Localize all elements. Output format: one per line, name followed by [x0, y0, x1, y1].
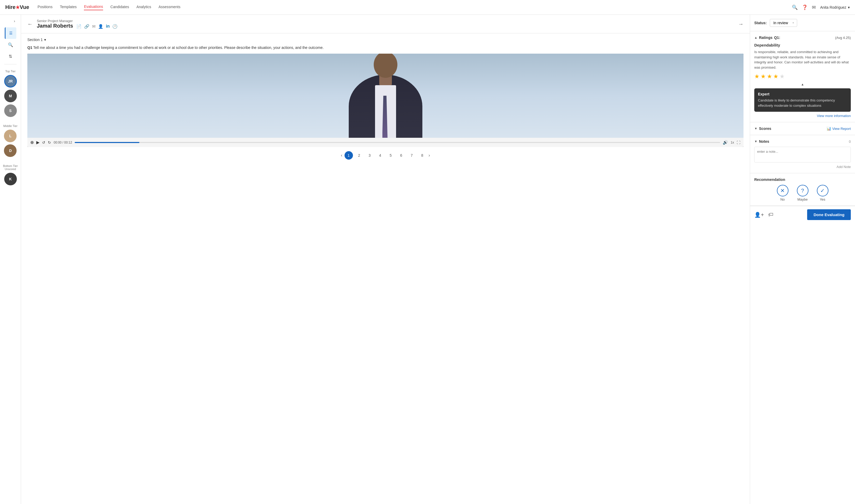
nav-candidates[interactable]: Candidates [110, 5, 129, 10]
prev-candidate-button[interactable]: ← [28, 21, 33, 27]
expert-tooltip: ▲ Expert Candidate is likely to demonstr… [754, 82, 851, 118]
view-report-link[interactable]: 📊 View Report [826, 126, 851, 131]
recommendation-buttons: ✕ No ? Maybe ✓ Yes [754, 185, 851, 201]
rec-yes-button[interactable]: ✓ Yes [817, 185, 829, 201]
top-tier-label: Top Tier [5, 70, 16, 73]
section-dropdown[interactable]: Section 1 ▾ [28, 38, 744, 42]
nav-templates[interactable]: Templates [60, 5, 77, 10]
sidebar-search-btn[interactable]: 🔍 [5, 39, 16, 51]
tooltip-title: Expert [758, 92, 847, 96]
forward-button[interactable]: ↻ [48, 140, 51, 145]
next-candidate-button[interactable]: → [738, 21, 744, 27]
status-label: Status: [754, 21, 767, 25]
section-chevron-icon: ▾ [44, 38, 46, 42]
add-user-icon[interactable]: 👤+ [754, 212, 764, 218]
speed-button[interactable]: 1x [731, 141, 734, 144]
star-rating[interactable]: ★ ★ ★ ★ ★ [754, 73, 851, 80]
user-name: Anita Rodriguez [820, 5, 846, 10]
scores-chevron-icon[interactable]: ▼ [754, 127, 758, 130]
candidate-avatar-5[interactable]: D [4, 144, 17, 157]
page-btn-4[interactable]: 4 [376, 151, 385, 160]
ratings-header: ▲ Ratings Q1: (Avg 4.25) [754, 36, 851, 40]
competency-name: Dependability [754, 43, 851, 47]
main-layout: › ☰ 🔍 ⇅ Top Tier JR M S Middle Tier L D … [0, 15, 855, 504]
page-btn-8[interactable]: 8 [418, 151, 427, 160]
volume-button[interactable]: 🔊 [723, 140, 728, 145]
page-btn-3[interactable]: 3 [366, 151, 374, 160]
candidate-avatar-6[interactable]: K [4, 173, 17, 185]
tooltip-text: Candidate is likely to demonstrate this … [758, 98, 847, 108]
candidate-avatar-1[interactable]: JR [4, 75, 17, 88]
notes-textarea[interactable] [754, 147, 851, 162]
search-icon: 🔍 [8, 42, 13, 47]
bottom-bar: 👤+ 🏷 Done Evaluating [750, 206, 855, 223]
page-btn-5[interactable]: 5 [387, 151, 395, 160]
progress-fill [75, 142, 139, 143]
help-button[interactable]: ❓ [802, 4, 808, 10]
scores-header: ▼ Scores 📊 View Report [754, 126, 851, 131]
candidate-avatar-3[interactable]: S [4, 104, 17, 117]
sidebar-filter-btn[interactable]: ⇅ [5, 51, 16, 62]
history-icon[interactable]: 🕐 [112, 24, 118, 29]
page-btn-7[interactable]: 7 [408, 151, 416, 160]
time-current: 00:00 [54, 141, 61, 144]
nav-evaluations[interactable]: Evaluations [84, 4, 103, 10]
bottom-tier-section: Bottom TierUnscored K [3, 161, 18, 190]
status-select[interactable]: In review Reviewed Pending Approved [770, 19, 797, 27]
messages-button[interactable]: ✉ [812, 4, 816, 10]
add-note-button[interactable]: Add Note [754, 165, 851, 169]
resume-icon[interactable]: 📄 [76, 24, 82, 29]
pagination-next[interactable]: › [429, 153, 430, 158]
candidate-avatar-4[interactable]: L [4, 130, 17, 142]
filter-icon: ⇅ [9, 54, 12, 59]
nav-analytics[interactable]: Analytics [137, 5, 151, 10]
video-player: ▶ ↺ ↻ 00:00 / 00:12 🔊 1x ⛶ [28, 54, 744, 147]
play-button[interactable]: ▶ [36, 140, 39, 145]
middle-tier-label: Middle Tier [3, 124, 18, 127]
notes-label: Notes [759, 139, 769, 144]
rec-no-button[interactable]: ✕ No [777, 185, 788, 201]
done-evaluating-button[interactable]: Done Evaluating [807, 209, 851, 220]
page-btn-2[interactable]: 2 [355, 151, 363, 160]
no-icon: ✕ [777, 185, 788, 196]
scores-title: ▼ Scores [754, 126, 771, 131]
recommendation-title: Recommendation [754, 178, 851, 182]
video-progress-bar[interactable] [75, 142, 720, 143]
question-number: Q1 [28, 46, 32, 50]
scores-section: ▼ Scores 📊 View Report [750, 122, 855, 135]
email-icon[interactable]: ✉ [92, 24, 95, 29]
notes-section: ▼ Notes 0 Add Note [750, 135, 855, 173]
nav-assessments[interactable]: Assessments [159, 5, 180, 10]
page-btn-6[interactable]: 6 [397, 151, 406, 160]
time-display: 00:00 / 00:12 [54, 141, 72, 144]
right-panel: Status: In review Reviewed Pending Appro… [750, 15, 855, 504]
ratings-q-label: Q1: [774, 36, 780, 40]
nav-positions[interactable]: Positions [38, 5, 53, 10]
profile-icon[interactable]: 👤 [98, 24, 103, 29]
ratings-chevron-icon[interactable]: ▲ [754, 36, 758, 39]
pagination-prev[interactable]: ‹ [341, 153, 342, 158]
notes-chevron-icon[interactable]: ▼ [754, 140, 758, 143]
rec-maybe-button[interactable]: ? Maybe [797, 185, 808, 201]
tooltip-popup: Expert Candidate is likely to demonstrat… [754, 88, 851, 112]
page-btn-1[interactable]: 1 [344, 151, 353, 160]
candidate-name: Jamal Roberts [37, 23, 73, 29]
left-sidebar: › ☰ 🔍 ⇅ Top Tier JR M S Middle Tier L D … [0, 15, 21, 504]
rewind-button[interactable]: ↺ [42, 140, 45, 145]
progress-dot [31, 141, 34, 144]
fullscreen-button[interactable]: ⛶ [737, 140, 740, 145]
candidate-avatar-2[interactable]: M [4, 90, 17, 102]
linkedin-icon[interactable]: in [106, 24, 110, 29]
candidate-info: Senior Project Manager Jamal Roberts 📄 🔗… [37, 19, 734, 29]
yes-icon: ✓ [817, 185, 829, 196]
link-icon[interactable]: 🔗 [84, 24, 89, 29]
user-menu[interactable]: Anita Rodriguez ▾ [820, 5, 850, 10]
search-button[interactable]: 🔍 [792, 4, 798, 10]
view-more-link[interactable]: View more information [754, 114, 851, 118]
notes-header: ▼ Notes 0 [754, 139, 851, 144]
star-2: ★ [761, 73, 766, 80]
tag-icon[interactable]: 🏷 [768, 212, 773, 218]
sidebar-toggle[interactable]: › [10, 17, 19, 25]
ratings-label: Ratings [759, 36, 772, 40]
sidebar-list-btn[interactable]: ☰ [5, 28, 16, 39]
